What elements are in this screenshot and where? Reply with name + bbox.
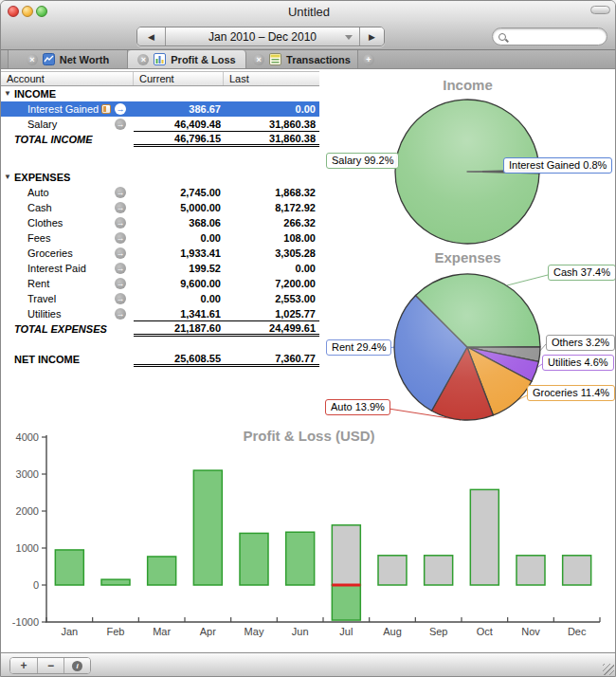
account-label: INCOME [14, 88, 56, 100]
table-row-travel[interactable]: Travel→0.002,553.00 [1, 291, 319, 306]
table-row-net-income[interactable]: NET INCOME25,608.557,360.77 [1, 352, 319, 367]
search-input[interactable] [492, 27, 607, 46]
tab-net-worth[interactable]: × Net Worth [8, 50, 128, 68]
month-label: Apr [200, 626, 216, 637]
bar-actual-jul[interactable] [332, 585, 360, 620]
previous-period-button[interactable]: ◀ [137, 27, 165, 46]
table-row-fees[interactable]: Fees→0.00108.00 [1, 230, 319, 246]
follow-arrow-icon[interactable]: → [115, 217, 126, 229]
column-header-last[interactable]: Last [224, 72, 319, 85]
bar-actual-jun[interactable] [286, 532, 315, 585]
account-label: NET INCOME [14, 354, 80, 365]
follow-arrow-icon[interactable]: → [115, 187, 126, 198]
current-value: 46,796.15 [134, 133, 224, 147]
follow-arrow-icon[interactable]: → [115, 103, 126, 115]
account-name: ▼INCOME [1, 86, 134, 101]
tab-transactions[interactable]: × Transactions [246, 50, 358, 68]
account-label: Utilities [27, 308, 61, 320]
table-row-clothes[interactable]: Clothes→368.06266.32 [1, 215, 319, 230]
current-value: 199.52 [134, 261, 224, 276]
month-label: Feb [107, 626, 125, 637]
bar-actual-may[interactable] [240, 533, 268, 585]
last-value: 1,868.32 [224, 185, 319, 200]
follow-arrow-icon[interactable]: → [115, 308, 126, 320]
month-label: Jun [292, 626, 309, 637]
chevron-down-icon [345, 35, 353, 40]
last-value: 0.00 [224, 261, 319, 276]
month-label: Oct [477, 626, 493, 637]
column-header-current[interactable]: Current [134, 72, 224, 85]
table-row-total-income[interactable]: TOTAL INCOME46,796.1531,860.38 [1, 132, 319, 147]
toolbar-toggle-button[interactable] [590, 6, 610, 14]
bar-projected-aug[interactable] [378, 556, 407, 585]
account-table: Account Current Last ▼INCOMEInterest Gai… [1, 71, 319, 367]
last-value: 3,305.28 [224, 246, 319, 261]
back-icon: ◀ [148, 32, 154, 42]
account-label: Salary [27, 119, 57, 130]
table-row-income[interactable]: ▼INCOME [1, 86, 319, 101]
account-label: EXPENSES [14, 172, 70, 183]
disclosure-icon[interactable]: ▼ [4, 89, 11, 98]
forward-icon: ▶ [369, 32, 375, 42]
table-row-groceries[interactable]: Groceries→1,933.413,305.28 [1, 246, 319, 261]
last-value: 24,499.61 [224, 322, 319, 337]
next-period-button[interactable]: ▶ [359, 27, 384, 46]
bar-projected-nov[interactable] [516, 556, 545, 585]
close-icon[interactable]: × [27, 54, 38, 65]
resize-grip[interactable] [603, 664, 614, 675]
month-label: Jul [339, 626, 353, 637]
column-header-account[interactable]: Account [1, 72, 134, 85]
tab-profit-and-loss[interactable]: × Profit & Loss [128, 50, 246, 68]
add-tab-button[interactable]: + [358, 50, 374, 68]
follow-arrow-icon[interactable]: → [115, 232, 126, 244]
table-spacer [1, 147, 319, 170]
bar-projected-oct[interactable] [470, 489, 498, 585]
last-value: 31,860.38 [224, 117, 319, 132]
table-row-expenses[interactable]: ▼EXPENSES [1, 170, 319, 185]
bar-actual-jan[interactable] [55, 550, 83, 585]
table-row-cash[interactable]: Cash→5,000.008,172.92 [1, 200, 319, 215]
account-label: Cash [27, 202, 52, 213]
bar-projected-sep[interactable] [425, 556, 453, 585]
table-row-rent[interactable]: Rent→9,600.007,200.00 [1, 276, 319, 291]
table-row-utilities[interactable]: Utilities→1,341.611,025.77 [1, 306, 319, 321]
table-row-interest-paid[interactable]: Interest Paid→199.520.00 [1, 261, 319, 276]
account-label: Travel [27, 293, 56, 304]
bar-actual-apr[interactable] [193, 470, 222, 585]
search-icon [498, 33, 506, 41]
bar-projected-jul[interactable] [332, 525, 360, 585]
pie-charts-canvas [318, 69, 616, 428]
minus-icon: − [47, 659, 54, 672]
account-label: TOTAL INCOME [14, 134, 93, 145]
pie-label-connector-cash [507, 275, 548, 285]
close-icon[interactable]: × [137, 54, 149, 65]
remove-account-button[interactable]: − [37, 658, 63, 673]
info-button[interactable]: i [63, 658, 90, 673]
add-account-button[interactable]: + [10, 658, 37, 673]
bar-projected-dec[interactable] [563, 556, 591, 585]
close-icon[interactable]: × [253, 54, 264, 65]
follow-arrow-icon[interactable]: → [115, 278, 126, 289]
account-label: Auto [27, 187, 49, 198]
month-label: May [245, 626, 264, 637]
table-row-total-expenses[interactable]: TOTAL EXPENSES21,187.6024,499.61 [1, 321, 319, 337]
disclosure-icon[interactable]: ▼ [4, 173, 11, 181]
follow-arrow-icon[interactable]: → [115, 263, 126, 274]
table-spacer [1, 337, 319, 352]
toolbar: ◀ Jan 2010 – Dec 2010 ▶ [1, 22, 616, 50]
pie-label-auto: Auto 13.9% [325, 399, 390, 415]
account-name: Auto→ [1, 185, 134, 200]
date-range-dropdown[interactable]: Jan 2010 – Dec 2010 [165, 27, 359, 46]
date-range-control: ◀ Jan 2010 – Dec 2010 ▶ [136, 27, 385, 46]
table-row-auto[interactable]: Auto→2,745.001,868.32 [1, 185, 319, 200]
table-row-salary[interactable]: Salary→46,409.4831,860.38 [1, 117, 319, 132]
month-label: Aug [383, 626, 402, 637]
current-value: 0.00 [134, 230, 224, 246]
follow-arrow-icon[interactable]: → [115, 119, 126, 130]
table-row-interest-gained[interactable]: Interest Gained→386.670.00 [1, 101, 319, 117]
bar-actual-mar[interactable] [148, 557, 176, 585]
follow-arrow-icon[interactable]: → [115, 247, 126, 259]
follow-arrow-icon[interactable]: → [115, 293, 126, 304]
follow-arrow-icon[interactable]: → [115, 202, 126, 213]
bar-actual-feb[interactable] [101, 579, 130, 585]
